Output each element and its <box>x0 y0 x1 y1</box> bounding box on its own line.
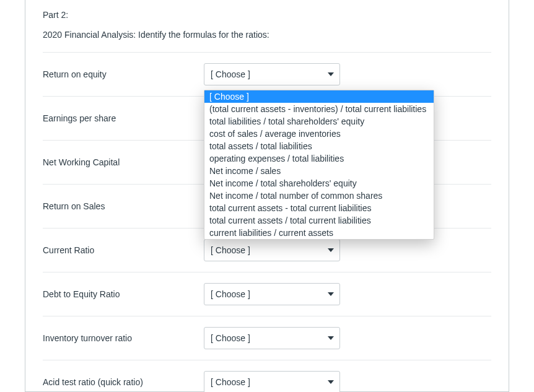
match-label: Current Ratio <box>43 245 204 255</box>
dropdown-option[interactable]: current liabilities / current assets <box>204 227 434 239</box>
select-wrap: [ Choose ] <box>204 239 340 261</box>
dropdown-option[interactable]: Net income / total shareholders' equity <box>204 177 434 189</box>
match-row: Inventory turnover ratio [ Choose ] <box>43 316 491 360</box>
match-label: Net Working Capital <box>43 157 204 167</box>
select-wrap: [ Choose ] <box>204 371 340 392</box>
select-wrap: [ Choose ] <box>204 327 340 349</box>
formula-select-debt-to-equity[interactable]: [ Choose ] <box>204 283 340 305</box>
match-label: Return on Sales <box>43 201 204 211</box>
formula-dropdown-open[interactable]: [ Choose ] (total current assets - inven… <box>204 90 434 240</box>
formula-select-inventory-turnover[interactable]: [ Choose ] <box>204 327 340 349</box>
match-label: Inventory turnover ratio <box>43 333 204 343</box>
formula-select-acid-test[interactable]: [ Choose ] <box>204 371 340 392</box>
match-label: Return on equity <box>43 69 204 79</box>
dropdown-option[interactable]: [ Choose ] <box>204 90 434 103</box>
select-wrap: [ Choose ] <box>204 63 340 85</box>
question-card: Part 2: 2020 Financial Analysis: Identif… <box>25 0 509 392</box>
dropdown-option[interactable]: total assets / total liabilities <box>204 140 434 152</box>
dropdown-option[interactable]: (total current assets - inventories) / t… <box>204 103 434 115</box>
dropdown-option[interactable]: total liabilities / total shareholders' … <box>204 115 434 128</box>
formula-select-return-on-equity[interactable]: [ Choose ] <box>204 63 340 85</box>
question-subtitle: 2020 Financial Analysis: Identify the fo… <box>43 30 491 40</box>
dropdown-option[interactable]: operating expenses / total liabilities <box>204 152 434 165</box>
match-label: Acid test ratio (quick ratio) <box>43 377 204 387</box>
dropdown-option[interactable]: cost of sales / average inventories <box>204 128 434 140</box>
formula-select-current-ratio[interactable]: [ Choose ] <box>204 239 340 261</box>
dropdown-option[interactable]: Net income / total number of common shar… <box>204 189 434 202</box>
question-header: Part 2: 2020 Financial Analysis: Identif… <box>43 0 491 47</box>
select-wrap: [ Choose ] <box>204 283 340 305</box>
match-label: Debt to Equity Ratio <box>43 289 204 299</box>
dropdown-option[interactable]: total current assets / total current lia… <box>204 214 434 227</box>
dropdown-option[interactable]: Net income / sales <box>204 165 434 177</box>
dropdown-option[interactable]: total current assets - total current lia… <box>204 202 434 214</box>
match-row: Debt to Equity Ratio [ Choose ] <box>43 272 491 316</box>
match-label: Earnings per share <box>43 113 204 123</box>
match-row: Acid test ratio (quick ratio) [ Choose ] <box>43 360 491 392</box>
part-label: Part 2: <box>43 10 491 20</box>
